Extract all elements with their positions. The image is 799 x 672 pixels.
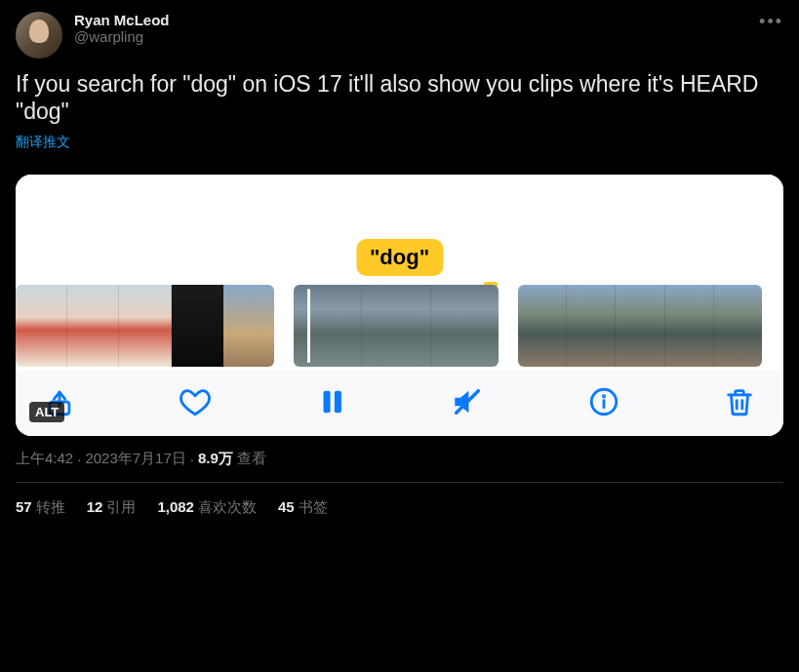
retweets-stat[interactable]: 57转推 — [16, 498, 65, 517]
more-icon[interactable]: ••• — [759, 12, 783, 32]
author-names[interactable]: Ryan McLeod @warpling — [74, 12, 747, 45]
avatar[interactable] — [16, 12, 62, 59]
stat-number: 45 — [278, 498, 295, 515]
svg-point-6 — [603, 396, 604, 397]
clip-group[interactable] — [16, 285, 274, 367]
meta-separator: · — [190, 451, 194, 467]
info-icon[interactable] — [587, 385, 620, 418]
svg-rect-1 — [323, 391, 330, 414]
tweet-time[interactable]: 上午4:42 — [16, 450, 73, 468]
clip-frame — [665, 285, 714, 367]
translate-link[interactable]: 翻译推文 — [16, 134, 70, 151]
mute-icon[interactable] — [451, 385, 484, 418]
views-label: 查看 — [237, 450, 266, 468]
meta-separator: · — [77, 451, 81, 467]
trash-icon[interactable] — [723, 385, 756, 418]
alt-badge[interactable]: ALT — [29, 402, 64, 422]
bookmarks-stat[interactable]: 45书签 — [278, 498, 328, 517]
clip-frame — [294, 285, 362, 367]
stat-label: 喜欢次数 — [198, 498, 257, 515]
svg-rect-2 — [335, 391, 341, 414]
stats-row: 57转推 12引用 1,082喜欢次数 45书签 — [16, 483, 783, 517]
clip-group[interactable] — [294, 285, 499, 367]
handle: @warpling — [74, 28, 747, 45]
clip-group[interactable] — [518, 285, 762, 367]
stat-number: 12 — [87, 498, 103, 515]
video-timeline[interactable] — [16, 282, 783, 370]
clip-frame — [431, 285, 499, 367]
tweet-header: Ryan McLeod @warpling ••• — [16, 12, 783, 59]
clip-frame — [172, 285, 223, 367]
media-card[interactable]: "dog" — [16, 175, 783, 436]
stat-number: 57 — [16, 498, 32, 515]
display-name: Ryan McLeod — [74, 12, 747, 28]
tweet-meta: 上午4:42 · 2023年7月17日 · 8.9万 查看 — [16, 450, 783, 468]
likes-stat[interactable]: 1,082喜欢次数 — [157, 498, 257, 517]
pause-icon[interactable] — [315, 385, 348, 418]
clip-frame — [616, 285, 664, 367]
stat-label: 引用 — [106, 498, 136, 515]
clip-frame — [119, 285, 171, 367]
heart-icon[interactable] — [179, 385, 212, 418]
clip-frame — [67, 285, 119, 367]
stat-label: 转推 — [36, 498, 65, 515]
tweet-date[interactable]: 2023年7月17日 — [85, 450, 185, 468]
media-preview-top: "dog" — [16, 175, 783, 282]
clip-frame — [518, 285, 567, 367]
stat-label: 书签 — [299, 498, 328, 515]
views-number: 8.9万 — [198, 450, 233, 468]
media-toolbar — [16, 370, 783, 436]
stat-number: 1,082 — [157, 498, 194, 515]
caption-bubble: "dog" — [356, 239, 443, 276]
tweet-text: If you search for "dog" on iOS 17 it'll … — [16, 70, 783, 125]
clip-frame — [714, 285, 762, 367]
clip-frame — [567, 285, 616, 367]
clip-frame — [16, 285, 67, 367]
clip-frame — [362, 285, 430, 367]
tweet-container: Ryan McLeod @warpling ••• If you search … — [0, 0, 799, 529]
clip-frame — [223, 285, 274, 367]
quotes-stat[interactable]: 12引用 — [87, 498, 137, 517]
